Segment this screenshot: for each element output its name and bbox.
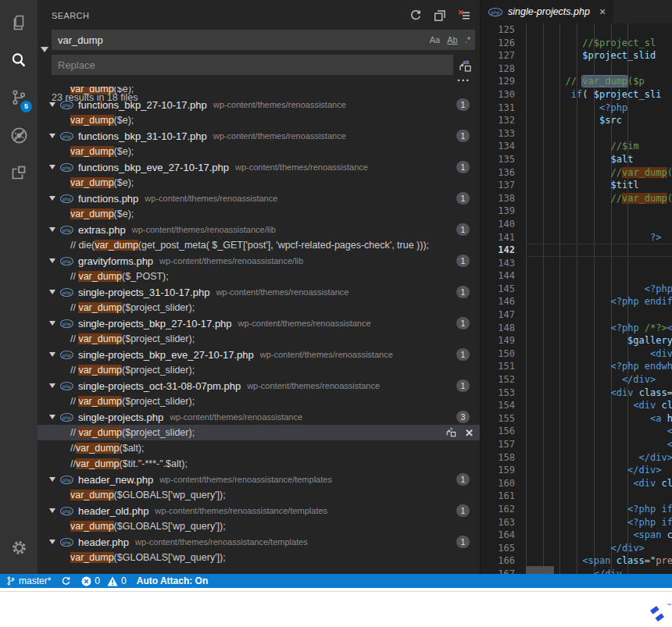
twistie-icon[interactable] bbox=[49, 415, 55, 419]
code-line[interactable]: 152</div> bbox=[481, 373, 672, 387]
code-line[interactable]: 154<div clas bbox=[481, 399, 672, 412]
replace-input[interactable]: Replace bbox=[52, 55, 453, 75]
code-line[interactable]: 128 bbox=[481, 62, 672, 76]
code-line[interactable]: 125 bbox=[481, 23, 672, 37]
sync-button[interactable] bbox=[61, 574, 71, 588]
result-file-row[interactable]: phpheader_old.phpwp-content/themes/renoa… bbox=[38, 503, 480, 518]
settings-gear-button[interactable] bbox=[0, 529, 38, 566]
code-line[interactable]: 134//$im bbox=[481, 140, 672, 153]
code-line[interactable]: 141?> bbox=[481, 231, 672, 244]
result-file-row[interactable]: phpsingle-projects.phpwp-content/themes/… bbox=[38, 409, 480, 425]
toggle-replace-arrow[interactable] bbox=[41, 47, 48, 52]
code-line[interactable]: 135$alt bbox=[481, 153, 672, 166]
result-file-row[interactable]: phpsingle-projects_31-10-17.phpwp-conten… bbox=[38, 284, 480, 300]
result-match-row[interactable]: var_dump($e); bbox=[38, 144, 480, 159]
clear-results-icon[interactable] bbox=[458, 9, 470, 22]
twistie-icon[interactable] bbox=[49, 290, 55, 294]
code-line[interactable]: 146<?php endif; bbox=[481, 295, 672, 308]
match-case-toggle[interactable]: Aa bbox=[430, 35, 440, 45]
code-line[interactable]: 142 bbox=[481, 244, 672, 257]
source-control-icon[interactable]: 5 bbox=[0, 79, 38, 116]
result-match-row[interactable]: // var_dump($_POST); bbox=[38, 269, 480, 284]
code-line[interactable]: 132$src bbox=[481, 114, 672, 127]
code-line[interactable]: 136//var_dump($ bbox=[481, 166, 672, 180]
refresh-icon[interactable] bbox=[409, 9, 422, 22]
result-match-row[interactable]: // var_dump($project_slider); bbox=[38, 362, 480, 378]
twistie-icon[interactable] bbox=[49, 321, 55, 326]
code-line[interactable]: 150<div bbox=[481, 347, 672, 361]
debug-icon-item[interactable] bbox=[0, 116, 38, 154]
twistie-icon[interactable] bbox=[49, 227, 55, 232]
code-line[interactable]: 153<div class="p bbox=[481, 387, 672, 400]
result-match-row[interactable]: var_dump($e); bbox=[38, 175, 480, 191]
result-file-row[interactable]: phpfunctions.phpwp-content/themes/renoas… bbox=[38, 191, 480, 206]
code-line[interactable]: 166<span class="preim bbox=[481, 554, 672, 568]
code-line[interactable]: 151<?php endwhil bbox=[481, 360, 672, 373]
code-line[interactable]: 160<div class bbox=[481, 477, 672, 490]
problems-status[interactable]: 0 0 bbox=[81, 574, 126, 588]
code-line[interactable]: 130if( $project_sli bbox=[481, 88, 672, 102]
code-line[interactable]: 161 bbox=[481, 490, 672, 503]
collapse-all-icon[interactable] bbox=[434, 9, 446, 22]
result-match-row[interactable]: // var_dump($project_slider); bbox=[38, 331, 480, 347]
code-line[interactable]: 147 bbox=[481, 308, 672, 322]
code-line[interactable]: 162<?php if( bbox=[481, 503, 672, 516]
twistie-icon[interactable] bbox=[49, 258, 55, 263]
tab-single-projects[interactable]: php single-projects.php × bbox=[481, 0, 613, 23]
code-line[interactable]: 129// var_dump($p bbox=[481, 75, 672, 88]
code-line[interactable]: 165</div> bbox=[481, 542, 672, 555]
result-file-row[interactable]: phpsingle-projects_oct-31-08-07pm.phpwp-… bbox=[38, 378, 480, 394]
code-line[interactable]: 148<?php /*?><?p bbox=[481, 322, 672, 335]
twistie-icon[interactable] bbox=[49, 352, 55, 357]
code-line[interactable]: 133 bbox=[481, 127, 672, 141]
regex-toggle[interactable]: .* bbox=[465, 35, 470, 45]
result-match-row[interactable]: //var_dump($alt); bbox=[38, 440, 480, 456]
auto-attach-status[interactable]: Auto Attach: On bbox=[137, 574, 209, 588]
result-file-row[interactable]: phpextras.phpwp-content/themes/renoassis… bbox=[38, 222, 480, 237]
twistie-icon[interactable] bbox=[49, 102, 55, 107]
result-match-row[interactable]: var_dump($GLOBALS['wp_query']); bbox=[38, 518, 480, 534]
code-editor[interactable]: 125126//$project_sl127$project_slid12812… bbox=[481, 23, 672, 574]
code-line[interactable]: 155<a hr bbox=[481, 412, 672, 426]
result-match-row[interactable]: // die(var_dump(get_post_meta( $_GET['po… bbox=[38, 237, 480, 253]
code-line[interactable]: 145<?php bbox=[481, 283, 672, 296]
replace-all-icon[interactable]: ab bbox=[458, 59, 470, 71]
whole-word-toggle[interactable]: Ab bbox=[447, 35, 457, 45]
dismiss-match-icon[interactable]: ✕ bbox=[465, 427, 474, 439]
extensions-icon-item[interactable] bbox=[0, 154, 38, 191]
code-line[interactable]: 127$project_slid bbox=[481, 49, 672, 62]
result-file-row[interactable]: phpsingle-projects_bkp_27-10-17.phpwp-co… bbox=[38, 315, 480, 331]
code-line[interactable]: 156<img bbox=[481, 425, 672, 438]
code-line[interactable]: 143 bbox=[481, 257, 672, 270]
result-file-row[interactable]: phpfunctions_bkp_eve_27-10-17.phpwp-cont… bbox=[38, 159, 480, 175]
twistie-icon[interactable] bbox=[49, 134, 55, 138]
toggle-search-details[interactable]: ··· bbox=[457, 74, 470, 87]
twistie-icon[interactable] bbox=[49, 477, 55, 482]
result-match-row[interactable]: b✕// var_dump($project_slider); bbox=[38, 425, 480, 440]
result-file-row[interactable]: phpgravityforms.phpwp-content/themes/ren… bbox=[38, 253, 480, 269]
code-line[interactable]: 164<span cla bbox=[481, 529, 672, 542]
code-line[interactable]: 126//$project_sl bbox=[481, 37, 672, 50]
code-line[interactable]: 163<?php if( bbox=[481, 516, 672, 529]
code-line[interactable]: 138//var_dump($ bbox=[481, 192, 672, 205]
twistie-icon[interactable] bbox=[49, 383, 55, 388]
result-file-row[interactable]: phpfunctions_bkp_31-10-17.phpwp-content/… bbox=[38, 128, 480, 144]
code-line[interactable]: 144 bbox=[481, 269, 672, 283]
result-match-row[interactable]: // var_dump($project_slider); bbox=[38, 300, 480, 315]
code-line[interactable]: 157</a> bbox=[481, 438, 672, 451]
result-file-row[interactable]: phpheader.phpwp-content/themes/renoassis… bbox=[38, 534, 480, 550]
result-match-row[interactable]: var_dump($e); bbox=[38, 112, 480, 128]
code-line[interactable]: 137$titl bbox=[481, 179, 672, 192]
result-file-row[interactable]: phpsingle-projects_bkp_eve_27-10-17.phpw… bbox=[38, 347, 480, 362]
replace-match-icon[interactable]: b bbox=[445, 426, 458, 439]
horizontal-scrollbar-thumb[interactable] bbox=[526, 566, 554, 574]
result-match-row[interactable]: var_dump($GLOBALS['wp_query']); bbox=[38, 487, 480, 503]
code-line[interactable]: 140 bbox=[481, 218, 672, 231]
code-line[interactable]: 158</div> bbox=[481, 451, 672, 465]
result-match-row[interactable]: var_dump($e); bbox=[38, 206, 480, 222]
search-input[interactable]: var_dump Aa Ab .* bbox=[52, 30, 475, 50]
result-match-row[interactable]: var_dump($GLOBALS['wp_query']); bbox=[38, 550, 480, 565]
search-icon-active[interactable] bbox=[0, 41, 38, 79]
twistie-icon[interactable] bbox=[49, 540, 55, 544]
twistie-icon[interactable] bbox=[49, 508, 55, 513]
